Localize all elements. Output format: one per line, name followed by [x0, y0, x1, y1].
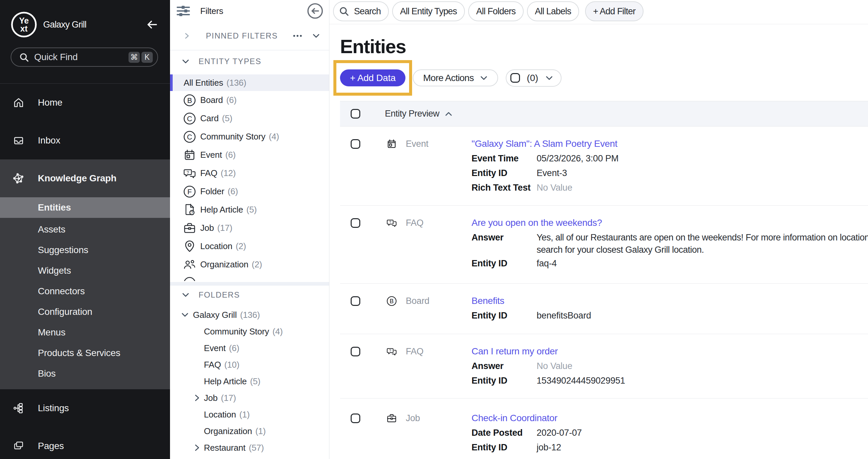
entity-title-link[interactable]: Check-in Coordinator [471, 411, 558, 425]
row-checkbox[interactable] [351, 414, 360, 423]
add-data-button[interactable]: + Add Data [340, 69, 405, 86]
field-label: Event Time [471, 151, 537, 166]
folder-event[interactable]: Event (6) [170, 340, 329, 356]
row-checkbox[interactable] [351, 296, 360, 306]
pill-label: All Entity Types [400, 6, 457, 17]
faq-icon: ? [386, 346, 397, 357]
sidebar-nav: Home Inbox [0, 84, 170, 459]
sidebar-subitem-menus[interactable]: Menus [0, 322, 170, 343]
row-checkbox[interactable] [351, 139, 360, 149]
folder-label: Community Story [204, 327, 269, 337]
page-title: Entities [340, 35, 868, 57]
field-value: 153490244459029951 [537, 373, 625, 388]
filters-panel-title: Filters [200, 6, 307, 16]
search-pill-button[interactable]: Search [333, 1, 389, 21]
selection-dropdown[interactable]: (0) [506, 69, 561, 87]
all-entity-types-pill-button[interactable]: All Entity Types [392, 1, 465, 21]
folder-faq[interactable]: FAQ (10) [170, 356, 329, 373]
folder-community-story[interactable]: Community Story (4) [170, 323, 329, 340]
all-folders-pill-button[interactable]: All Folders [468, 1, 524, 21]
chevron-right-icon[interactable] [193, 394, 201, 402]
clipped-circle-icon [183, 277, 196, 281]
filter-entity-type-organization[interactable]: Organization (2) [170, 255, 329, 274]
sidebar-subitem-widgets[interactable]: Widgets [0, 261, 170, 281]
folder-help-article[interactable]: Help Article (5) [170, 373, 329, 390]
chevron-down-icon[interactable] [312, 32, 320, 40]
entity-title-link[interactable]: "Galaxy Slam": A Slam Poetry Event [471, 136, 617, 151]
more-options-icon[interactable] [292, 30, 303, 41]
filter-entity-type-location[interactable]: Location (2) [170, 237, 329, 255]
folder-count: (136) [240, 310, 260, 320]
sidebar-subitem-label: Bios [38, 368, 56, 379]
entity-title-link[interactable]: Are you open on the weekends? [471, 216, 602, 230]
folder-galaxy-grill[interactable]: Galaxy Grill (136) [170, 307, 329, 323]
organization-icon [183, 258, 196, 271]
app-window: Ye xt Galaxy Grill Quick Find ⌘ K [0, 0, 868, 459]
sidebar-subitem-configuration[interactable]: Configuration [0, 302, 170, 322]
filter-all-entities[interactable]: All Entities (136) [170, 74, 329, 91]
pinned-filters-section-header[interactable]: PINNED FILTERS [170, 28, 329, 43]
sidebar-item-label: Pages [38, 441, 64, 451]
folder-organization[interactable]: Organization (1) [170, 423, 329, 439]
horizontal-scrollbar-track[interactable] [170, 282, 329, 286]
filter-entity-type-board[interactable]: B Board (6) [170, 91, 329, 109]
add-filter-pill-button[interactable]: + Add Filter [585, 1, 644, 21]
filter-entity-type-faq[interactable]: ? FAQ (12) [170, 164, 329, 182]
entity-types-section-header[interactable]: ENTITY TYPES [170, 54, 329, 69]
folder-count: (5) [250, 376, 260, 387]
folder-job[interactable]: Job (17) [170, 390, 329, 406]
svg-text:?: ? [187, 170, 189, 175]
field-value: job-12 [537, 440, 561, 455]
entity-title-link[interactable]: Can I return my order [471, 344, 558, 359]
filter-entity-type-community-story[interactable]: C Community Story (4) [170, 127, 329, 146]
home-icon [13, 97, 24, 108]
filter-entity-type-folder[interactable]: F Folder (6) [170, 182, 329, 201]
sidebar-subitem-assets[interactable]: Assets [0, 219, 170, 240]
entity-type-label: Event [406, 136, 471, 151]
sidebar-item-home[interactable]: Home [0, 84, 170, 122]
folder-restaurant[interactable]: Restaurant (57) [170, 439, 329, 456]
header-checkbox[interactable] [351, 109, 360, 119]
chevron-right-icon[interactable] [193, 444, 201, 452]
sidebar-subitem-suggestions[interactable]: Suggestions [0, 240, 170, 261]
folders-section-header[interactable]: FOLDERS [170, 287, 329, 302]
sidebar-item-knowledge-graph[interactable]: Knowledge Graph [0, 159, 170, 197]
entity-preview-column-header[interactable]: Entity Preview [385, 109, 439, 119]
select-all-checkbox[interactable] [510, 73, 520, 83]
sidebar-subitem-products-services[interactable]: Products & Services [0, 343, 170, 363]
filter-label: Help Article [200, 205, 243, 215]
sidebar-item-label: Home [38, 97, 62, 108]
sidebar-item-pages[interactable]: Pages [0, 427, 170, 459]
filter-entity-type-job[interactable]: Job (17) [170, 219, 329, 237]
filter-entity-type-clipped [170, 274, 329, 281]
quick-find-input[interactable]: Quick Find ⌘ K [11, 48, 158, 67]
collapse-panel-icon[interactable] [307, 3, 323, 19]
cmd-key-badge: ⌘ [128, 52, 140, 63]
sort-ascending-icon[interactable] [444, 110, 453, 118]
sidebar-item-listings[interactable]: Listings [0, 389, 170, 427]
folder-count: (10) [224, 360, 239, 370]
field-row: Answer Yes, all of our Restaurants are o… [471, 230, 868, 256]
sidebar-header: Ye xt Galaxy Grill Quick Find ⌘ K [0, 0, 170, 84]
sidebar-subitem-bios[interactable]: Bios [0, 363, 170, 384]
row-checkbox[interactable] [351, 347, 360, 356]
filter-entity-type-help-article[interactable]: ? Help Article (5) [170, 201, 329, 219]
field-label: Rich Text Test [471, 180, 537, 195]
table-row: ? FAQ Can I return my order Answer No Va… [340, 334, 868, 399]
filter-entity-type-card[interactable]: C Card (5) [170, 109, 329, 127]
sidebar-item-inbox[interactable]: Inbox [0, 122, 170, 159]
field-label: Entity ID [471, 308, 537, 323]
actions-row: + Add Data More Actions (0) [333, 60, 868, 96]
more-actions-button[interactable]: More Actions [413, 69, 498, 86]
row-checkbox[interactable] [351, 218, 360, 228]
filter-entity-type-event[interactable]: Event (6) [170, 146, 329, 164]
pill-label: All Labels [535, 6, 571, 17]
location-pin-icon [183, 240, 196, 253]
all-labels-pill-button[interactable]: All Labels [527, 1, 579, 21]
sidebar-subitem-connectors[interactable]: Connectors [0, 281, 170, 302]
sidebar-subitem-label: Connectors [38, 286, 85, 297]
sidebar-collapse-arrow-icon[interactable] [146, 19, 158, 31]
sidebar-subitem-entities[interactable]: Entities [0, 197, 170, 218]
entity-title-link[interactable]: Benefits [471, 294, 504, 308]
folder-location[interactable]: Location (1) [170, 406, 329, 423]
